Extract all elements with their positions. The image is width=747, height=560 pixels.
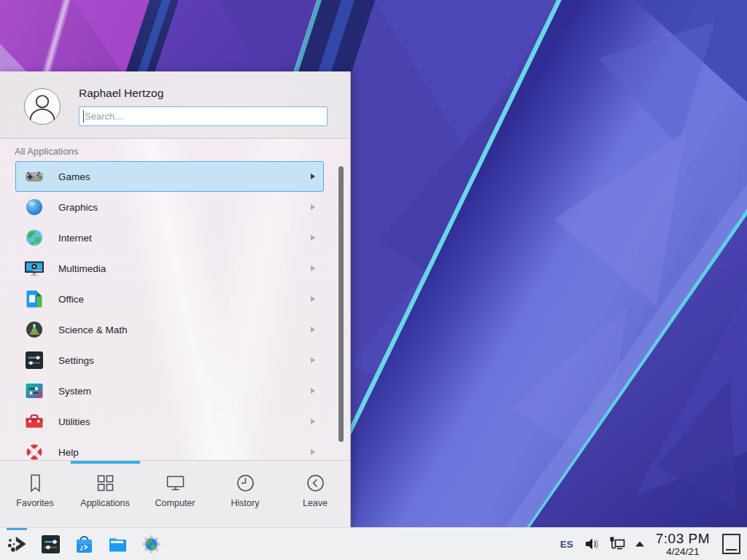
category-utilities[interactable]: Utilities	[15, 406, 324, 437]
submenu-arrow-icon	[311, 388, 315, 394]
submenu-arrow-icon	[311, 357, 315, 363]
launcher-tab-bar: Favorites Applications	[0, 460, 350, 527]
utilities-toolbox-icon	[24, 411, 44, 432]
taskbar-app-buttons	[0, 528, 168, 560]
system-sliders-icon	[24, 381, 44, 401]
kickoff-launcher-button[interactable]	[0, 528, 34, 560]
list-scrollbar[interactable]	[338, 166, 344, 442]
submenu-arrow-icon	[311, 419, 315, 424]
category-label: Multimedia	[58, 263, 106, 274]
active-task-indicator	[7, 528, 27, 530]
discover-software-button[interactable]	[67, 528, 101, 560]
show-desktop-icon	[726, 549, 737, 551]
web-browser-button[interactable]	[134, 528, 168, 560]
category-graphics[interactable]: Graphics	[15, 192, 324, 222]
tab-history[interactable]: History	[210, 461, 280, 527]
tab-applications[interactable]: Applications	[70, 461, 140, 527]
tab-label: Leave	[303, 498, 328, 508]
submenu-arrow-icon	[311, 235, 315, 241]
desktop: Raphael Hertzog All Applications	[0, 0, 747, 560]
category-help[interactable]: Help	[15, 437, 324, 460]
volume-icon[interactable]	[584, 536, 600, 552]
settings-sliders-icon	[24, 350, 44, 370]
category-internet[interactable]: Internet	[15, 222, 324, 253]
category-label: Help	[58, 447, 79, 458]
submenu-arrow-icon	[311, 449, 315, 455]
submenu-arrow-icon	[311, 265, 315, 271]
category-label: Internet	[58, 233, 92, 244]
tab-computer[interactable]: Computer	[140, 461, 210, 527]
keyboard-layout-indicator[interactable]: ES	[560, 539, 573, 550]
discover-software-icon	[73, 533, 96, 556]
category-games[interactable]: Games	[15, 161, 324, 192]
category-label: System	[58, 386, 91, 397]
submenu-arrow-icon	[311, 204, 315, 210]
wired-network-icon[interactable]	[608, 535, 626, 553]
applications-list: All Applications	[0, 139, 350, 460]
category-settings[interactable]: Settings	[15, 345, 324, 376]
file-manager-button[interactable]	[101, 528, 134, 560]
category-label: Science & Math	[58, 324, 128, 335]
office-document-icon	[24, 289, 44, 309]
tab-label: History	[231, 498, 260, 508]
history-clock-icon	[235, 472, 256, 494]
category-science-math[interactable]: Science & Math	[15, 314, 324, 345]
expand-tray-arrow-icon[interactable]	[635, 540, 645, 548]
category-multimedia[interactable]: Multimedia	[15, 253, 324, 284]
category-label: Games	[58, 171, 90, 182]
show-desktop-button[interactable]	[722, 534, 740, 554]
category-label: Utilities	[58, 416, 90, 427]
category-label: Settings	[58, 355, 94, 366]
user-avatar[interactable]	[24, 88, 61, 125]
category-list: Games Graphics	[0, 161, 350, 460]
submenu-arrow-icon	[311, 327, 315, 332]
app-grid-icon	[95, 472, 116, 494]
system-settings-button[interactable]	[34, 528, 67, 560]
digital-clock[interactable]: 7:03 PM 4/24/21	[656, 532, 710, 557]
system-tray: ES 7:0	[554, 528, 747, 560]
web-browser-icon	[140, 533, 163, 556]
category-office[interactable]: Office	[15, 284, 324, 314]
help-lifebuoy-icon	[24, 442, 44, 460]
computer-monitor-icon	[165, 472, 186, 494]
file-manager-icon	[107, 533, 129, 556]
section-label: All Applications	[15, 146, 78, 157]
launcher-header: Raphael Hertzog	[0, 71, 350, 139]
clock-date: 4/24/21	[656, 547, 710, 557]
games-gamepad-icon	[24, 166, 44, 187]
category-label: Graphics	[58, 202, 98, 213]
leave-back-icon	[305, 472, 326, 494]
bookmark-icon	[25, 472, 46, 494]
category-system[interactable]: System	[15, 376, 324, 406]
tab-label: Computer	[155, 498, 196, 508]
category-label: Office	[58, 294, 84, 305]
tab-leave[interactable]: Leave	[280, 461, 350, 527]
tab-label: Applications	[80, 498, 129, 508]
system-settings-icon	[39, 533, 62, 556]
multimedia-player-icon	[24, 258, 44, 279]
taskbar-panel: ES 7:0	[0, 527, 747, 560]
user-name: Raphael Hertzog	[79, 87, 163, 100]
active-tab-indicator	[71, 461, 140, 464]
tab-favorites[interactable]: Favorites	[0, 461, 70, 527]
clock-time: 7:03 PM	[656, 532, 710, 545]
search-input[interactable]	[79, 106, 328, 126]
submenu-arrow-icon	[311, 296, 315, 302]
submenu-arrow-icon	[311, 174, 315, 179]
kickoff-launcher-icon	[6, 533, 28, 556]
tab-label: Favorites	[16, 498, 53, 508]
science-flask-icon	[24, 319, 44, 340]
text-caret	[83, 110, 84, 122]
internet-globe-icon	[24, 228, 44, 248]
graphics-sphere-icon	[24, 197, 44, 217]
application-launcher: Raphael Hertzog All Applications	[0, 71, 351, 527]
